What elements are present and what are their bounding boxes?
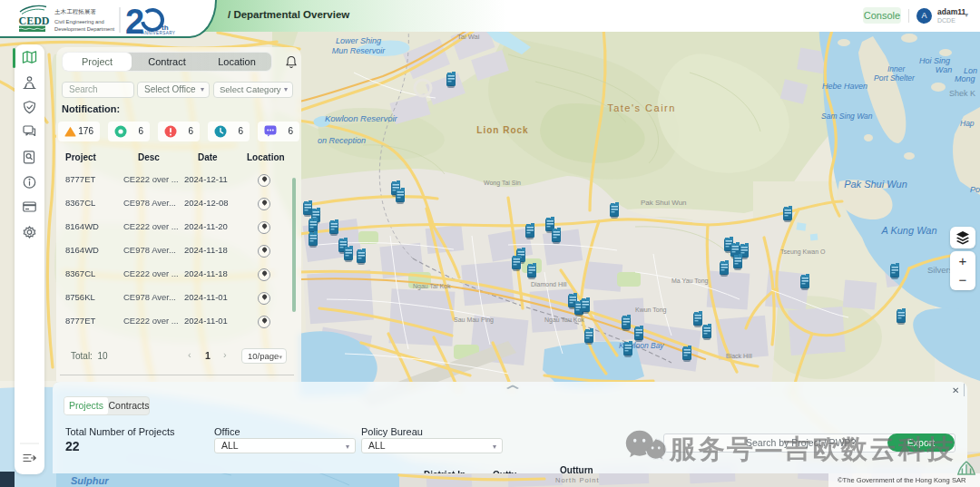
svg-text:Hebe Haven: Hebe Haven xyxy=(822,82,867,91)
svg-text:Sam Sing Wan: Sam Sing Wan xyxy=(821,112,873,121)
svg-text:on Reception: on Reception xyxy=(318,136,366,145)
svg-text:Sau Mau Ping: Sau Mau Ping xyxy=(454,317,494,324)
svg-text:Ma Yau Tong: Ma Yau Tong xyxy=(671,278,709,285)
svg-text:Hap: Hap xyxy=(960,119,975,128)
svg-text:North Point: North Point xyxy=(555,476,600,484)
svg-text:Black Hill: Black Hill xyxy=(726,353,752,359)
svg-text:Tate's Cairn: Tate's Cairn xyxy=(607,102,676,113)
svg-text:Development Department: Development Department xyxy=(54,26,114,32)
svg-text:CEDD: CEDD xyxy=(19,15,50,27)
svg-text:Po: Po xyxy=(970,185,980,194)
svg-text:Shek K: Shek K xyxy=(949,89,975,98)
svg-text:Kwun Tong: Kwun Tong xyxy=(635,307,667,314)
svg-text:Mong: Mong xyxy=(955,74,975,83)
svg-text:Lower Shing: Lower Shing xyxy=(336,36,381,45)
svg-text:Hoi Sing: Hoi Sing xyxy=(919,56,950,65)
svg-text:Sulphur: Sulphur xyxy=(71,475,109,486)
svg-text:Wong Tai Sin: Wong Tai Sin xyxy=(484,180,521,187)
svg-text:Inner: Inner xyxy=(887,64,906,73)
svg-text:Tai Wai: Tai Wai xyxy=(457,33,480,41)
svg-text:Tseung Kwan O: Tseung Kwan O xyxy=(780,248,826,256)
svg-text:Kowloon Reservoir: Kowloon Reservoir xyxy=(325,113,398,123)
svg-text:Pak Shui Wun: Pak Shui Wun xyxy=(844,179,907,190)
svg-text:A Kung Wan: A Kung Wan xyxy=(880,225,936,236)
svg-text:Pak Shui Wun: Pak Shui Wun xyxy=(641,199,687,207)
svg-text:Port Shelter: Port Shelter xyxy=(874,73,916,83)
svg-text:Wan: Wan xyxy=(936,65,952,74)
svg-text:Mun Reservoir: Mun Reservoir xyxy=(332,46,387,55)
svg-text:Lion Rock: Lion Rock xyxy=(476,125,528,135)
svg-text:Diamond Hill: Diamond Hill xyxy=(531,281,567,287)
svg-text:Civil Engineering and: Civil Engineering and xyxy=(54,19,104,24)
svg-text:Ngau Tai Kok: Ngau Tai Kok xyxy=(413,283,451,290)
svg-text:土木工程拓展署: 土木工程拓展署 xyxy=(54,8,96,15)
svg-text:ANNIVERSARY: ANNIVERSARY xyxy=(142,31,175,35)
svg-text:Ngau Tau Kok: Ngau Tau Kok xyxy=(544,317,584,324)
